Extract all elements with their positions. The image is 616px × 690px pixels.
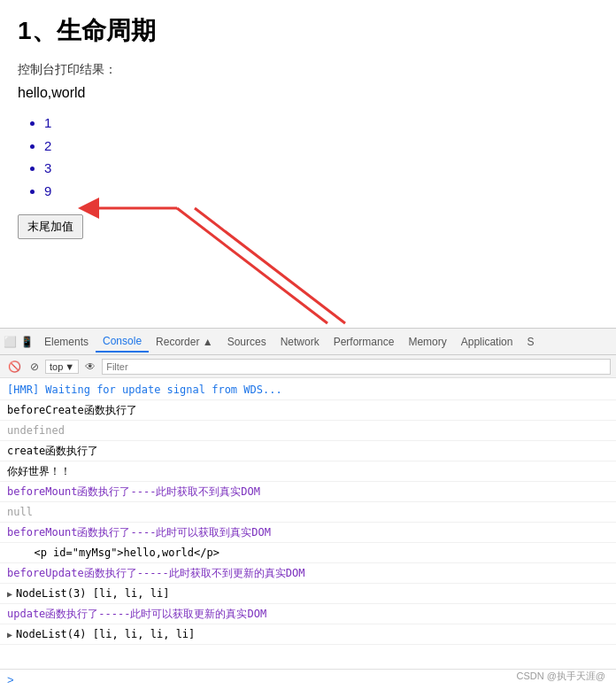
list-item: 2 — [44, 135, 598, 158]
eye-icon[interactable]: 👁 — [82, 361, 98, 373]
tab-s[interactable]: S — [520, 332, 541, 352]
append-button[interactable]: 末尾加值 — [18, 214, 83, 239]
list-item: 1 — [44, 112, 598, 135]
list-item: 3 — [44, 157, 598, 180]
tab-memory[interactable]: Memory — [401, 332, 453, 352]
console-label: 控制台打印结果： — [18, 62, 598, 78]
page-title: 1、生命周期 — [18, 14, 598, 48]
filter-input[interactable] — [102, 359, 611, 375]
inspect-icon[interactable]: ⬜ — [4, 336, 17, 348]
console-toolbar: 🚫 ⊘ top ▼ 👁 — [0, 355, 616, 378]
device-icon[interactable]: 📱 — [20, 336, 34, 348]
console-line: beforeMount函数执行了----此时可以获取到真实DOM — [0, 523, 616, 543]
console-line: <p id="myMsg">hello,world</p> — [0, 543, 616, 563]
console-line[interactable]: ▶NodeList(4) [li, li, li, li] — [0, 624, 616, 645]
block-icon[interactable]: 🚫 — [5, 361, 24, 373]
console-line[interactable]: ▶NodeList(3) [li, li, li] — [0, 584, 616, 604]
console-line: update函数执行了-----此时可以获取更新的真实DOM — [0, 604, 616, 624]
tab-sources[interactable]: Sources — [220, 332, 273, 352]
console-line: undefined — [0, 421, 616, 441]
console-line: beforeMount函数执行了----此时获取不到真实DOM — [0, 482, 616, 502]
dropdown-arrow: ▼ — [65, 361, 74, 372]
tab-performance[interactable]: Performance — [327, 332, 402, 352]
console-line: create函数执行了 — [0, 441, 616, 461]
clear-icon[interactable]: ⊘ — [27, 361, 42, 373]
console-prompt: > — [7, 673, 14, 686]
console-line: null — [0, 502, 616, 523]
console-line: beforeCreate函数执行了 — [0, 400, 616, 421]
tab-elements[interactable]: Elements — [37, 332, 96, 352]
console-line: beforeUpdate函数执行了-----此时获取不到更新的真实DOM — [0, 563, 616, 584]
svg-line-2 — [177, 208, 327, 323]
top-label: top — [50, 361, 63, 372]
svg-line-3 — [195, 208, 345, 323]
console-line: 你好世界！！ — [0, 461, 616, 482]
console-output[interactable]: [HMR] Waiting for update signal from WDS… — [0, 378, 616, 669]
devtools-panel: ⬜ 📱 Elements Console Recorder ▲ Sources … — [0, 328, 616, 690]
watermark: CSDN @执手天涯@ — [516, 670, 605, 683]
console-line: [HMR] Waiting for update signal from WDS… — [0, 380, 616, 400]
tab-console[interactable]: Console — [96, 331, 149, 353]
context-dropdown[interactable]: top ▼ — [45, 360, 79, 374]
tab-recorder[interactable]: Recorder ▲ — [149, 332, 220, 352]
content-area: 1、生命周期 控制台打印结果： hello,world 1 2 3 9 末尾加值 — [0, 0, 616, 328]
tab-network[interactable]: Network — [273, 332, 327, 352]
hello-world-text: hello,world — [18, 85, 598, 101]
devtools-tabs-bar: ⬜ 📱 Elements Console Recorder ▲ Sources … — [0, 329, 616, 355]
number-list: 1 2 3 9 — [18, 112, 598, 202]
list-item: 9 — [44, 180, 598, 203]
tab-application[interactable]: Application — [454, 332, 520, 352]
